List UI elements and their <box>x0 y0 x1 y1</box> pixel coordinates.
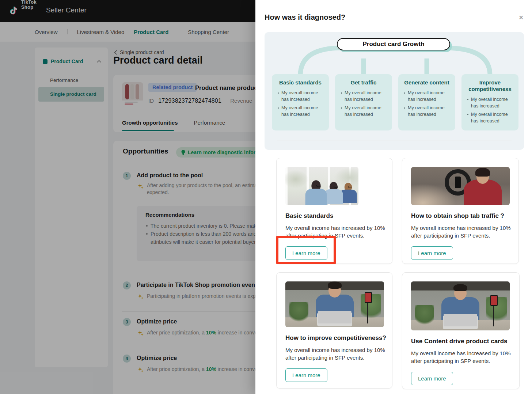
branch-bullet: My overall income has increased <box>404 105 449 118</box>
learn-more-button[interactable]: Learn more <box>411 372 453 385</box>
card-body: My overall income has increased by 10% a… <box>285 224 395 240</box>
card-photo-ring-light <box>411 167 510 205</box>
branch-title: Generate content <box>404 79 449 86</box>
branch-bullet: My overall income has increased <box>341 105 386 118</box>
diagram-divider <box>277 140 512 140</box>
branch-bullet: My overall income has increased <box>278 105 323 118</box>
learn-more-button[interactable]: Learn more <box>285 368 327 382</box>
branch-title: Get traffic <box>341 79 386 86</box>
branch-bullet: My overall income has increased <box>467 96 513 109</box>
branch-generate-content: Generate content My overall income has i… <box>398 74 455 130</box>
branch-bullet: My overall income has increased <box>341 90 386 103</box>
topic-card-content-drive: Use Content drive product cards My overa… <box>402 272 520 389</box>
card-title: How to obtain shop tab traffic ? <box>411 212 510 220</box>
modal-backdrop[interactable] <box>0 0 255 394</box>
card-photo-call-center <box>285 167 358 205</box>
topic-card-shop-tab-traffic: How to obtain shop tab traffic ? My over… <box>402 158 519 264</box>
branch-bullet: My overall income has increased <box>467 111 513 124</box>
card-body: My overall income has increased by 10% a… <box>411 349 521 365</box>
growth-diagram: Product card Growth Basic standards My o… <box>265 32 524 150</box>
close-icon[interactable]: ✕ <box>518 14 524 22</box>
diagnosis-modal: How was it diagnosed? ✕ Product card Gro… <box>255 0 532 394</box>
branch-improve-competitiveness: Improve competitiveness My overall incom… <box>461 74 518 130</box>
diagram-branches: Basic standards My overall income has in… <box>272 74 518 130</box>
branch-get-traffic: Get traffic My overall income has increa… <box>335 74 392 130</box>
card-title: Use Content drive product cards <box>411 338 510 345</box>
diagram-root-node: Product card Growth <box>337 38 450 50</box>
card-title: Basic standards <box>285 212 383 220</box>
card-body: My overall income has increased by 10% a… <box>411 224 521 240</box>
topic-card-basic-standards: Basic standards My overall income has in… <box>276 158 392 264</box>
branch-title: Improve competitiveness <box>467 79 513 92</box>
branch-basic-standards: Basic standards My overall income has in… <box>272 74 329 130</box>
topic-card-improve-competitiveness: How to improve competitiveness? My overa… <box>276 272 392 389</box>
modal-title: How was it diagnosed? <box>265 13 345 22</box>
branch-bullet: My overall income has increased <box>404 90 449 103</box>
card-title: How to improve competitiveness? <box>285 334 383 342</box>
card-photo-seller-desk <box>285 281 384 327</box>
learn-more-button[interactable]: Learn more <box>411 246 453 260</box>
card-body: My overall income has increased by 10% a… <box>285 346 395 362</box>
learn-more-button[interactable]: Learn more <box>285 246 327 260</box>
card-photo-seller-desk-2 <box>411 281 510 330</box>
branch-title: Basic standards <box>278 79 323 86</box>
branch-bullet: My overall income has increased <box>278 90 323 103</box>
